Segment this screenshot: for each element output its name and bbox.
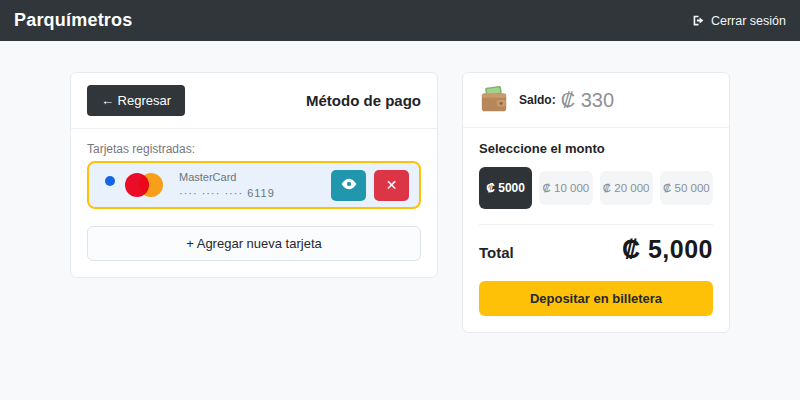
payment-card-header: ← Regresar Método de pago — [71, 73, 437, 129]
divider — [479, 224, 713, 225]
amount-option-50000[interactable]: ₡ 50 000 — [660, 171, 713, 205]
eye-icon — [341, 178, 357, 193]
payment-method-card: ← Regresar Método de pago Tarjetas regis… — [70, 72, 438, 278]
payment-method-title: Método de pago — [306, 92, 421, 109]
wallet-card: Saldo: ₡ 330 Seleccione el monto ₡ 5000 … — [462, 72, 730, 333]
deposit-button[interactable]: Depositar en billetera — [479, 281, 713, 316]
main-content: ← Regresar Método de pago Tarjetas regis… — [0, 41, 800, 333]
view-card-button[interactable] — [331, 170, 366, 201]
registered-cards-label: Tarjetas registradas: — [87, 142, 421, 156]
top-navbar: Parquímetros Cerrar sesión — [0, 0, 800, 41]
card-details: MasterCard ···· ···· ···· 6119 — [179, 169, 275, 202]
card-number-masked: ···· ···· ···· 6119 — [179, 185, 275, 202]
card-actions: ✕ — [331, 170, 409, 201]
amount-options: ₡ 5000 ₡ 10 000 ₡ 20 000 ₡ 50 000 — [479, 167, 713, 209]
sign-out-icon — [692, 14, 705, 27]
card-brand: MasterCard — [179, 169, 275, 186]
amount-option-20000[interactable]: ₡ 20 000 — [600, 171, 653, 205]
select-amount-label: Seleccione el monto — [479, 141, 713, 156]
payment-card-body: Tarjetas registradas: MasterCard ···· ··… — [71, 129, 437, 277]
total-row: Total ₡ 5,000 — [479, 235, 713, 264]
wallet-card-body: Seleccione el monto ₡ 5000 ₡ 10 000 ₡ 20… — [463, 128, 729, 332]
total-label: Total — [479, 244, 514, 261]
credit-card-row[interactable]: MasterCard ···· ···· ···· 6119 ✕ — [87, 161, 421, 209]
logout-button[interactable]: Cerrar sesión — [692, 14, 786, 28]
mastercard-logo-icon — [125, 172, 163, 198]
back-button[interactable]: ← Regresar — [87, 85, 185, 116]
wallet-icon — [479, 85, 509, 115]
balance-label: Saldo: — [519, 93, 556, 107]
amount-option-10000[interactable]: ₡ 10 000 — [539, 171, 592, 205]
logout-label: Cerrar sesión — [711, 14, 786, 28]
balance-value: ₡ 330 — [561, 89, 614, 112]
total-value: ₡ 5,000 — [622, 235, 713, 264]
x-icon: ✕ — [386, 177, 398, 193]
add-card-button[interactable]: + Agregar nueva tarjeta — [87, 226, 421, 261]
card-selected-radio[interactable] — [105, 176, 115, 186]
delete-card-button[interactable]: ✕ — [374, 170, 409, 201]
app-title: Parquímetros — [14, 10, 132, 31]
amount-option-5000[interactable]: ₡ 5000 — [479, 167, 532, 209]
balance-row: Saldo: ₡ 330 — [463, 73, 729, 128]
